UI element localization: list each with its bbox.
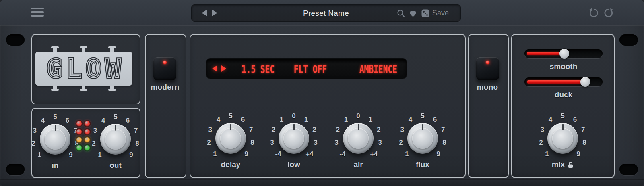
favorite-heart-icon[interactable] bbox=[408, 8, 418, 18]
knob-tick-label: 1 bbox=[365, 116, 376, 124]
knob-tick-label: 1 bbox=[209, 150, 221, 158]
duck-slider-label: duck bbox=[523, 90, 604, 99]
knob-tick-label: 9 bbox=[126, 151, 137, 159]
meter-led-red bbox=[85, 129, 90, 134]
meter-led-green bbox=[85, 145, 90, 150]
logo-tab bbox=[53, 48, 57, 52]
meter-led-amber bbox=[85, 137, 90, 142]
modern-led-icon bbox=[163, 61, 167, 64]
knob-tick-label: 2 bbox=[373, 126, 384, 134]
mono-button[interactable] bbox=[476, 57, 499, 80]
knob-tick-label: +4 bbox=[304, 150, 315, 158]
knob-tick-label: 1 bbox=[401, 150, 413, 158]
in-knob[interactable] bbox=[40, 124, 70, 155]
knob-tick-label: 3 bbox=[396, 126, 408, 134]
knob-tick-label: 3 bbox=[537, 126, 548, 134]
duck-slider-thumb[interactable] bbox=[580, 77, 590, 87]
preset-name[interactable]: Preset Name bbox=[192, 5, 460, 21]
knob-tick-label: 1 bbox=[276, 116, 287, 124]
knob-tick-label: 6 bbox=[570, 116, 581, 124]
delay-knob[interactable] bbox=[215, 123, 246, 154]
display-next-arrow-icon[interactable] bbox=[221, 65, 226, 72]
knob-tick-label: 2 bbox=[395, 139, 407, 147]
meter-led-amber bbox=[76, 137, 82, 142]
knob-tick-label: 7 bbox=[438, 126, 449, 134]
logo-text-inner: GLOW bbox=[47, 52, 125, 86]
knob-tick-label: 3 bbox=[266, 139, 278, 147]
knob-tick-label: 4 bbox=[97, 117, 109, 125]
smooth-slider-thumb[interactable] bbox=[559, 49, 569, 59]
delay-knob-group: 123456789 delay bbox=[198, 106, 263, 171]
knob-tick-label: 1 bbox=[340, 116, 351, 124]
redo-icon[interactable] bbox=[603, 8, 614, 19]
search-icon[interactable] bbox=[396, 8, 406, 18]
out-knob[interactable] bbox=[100, 124, 131, 155]
knob-tick-label: 9 bbox=[433, 150, 444, 158]
modern-section bbox=[145, 34, 186, 178]
air-knob[interactable] bbox=[343, 123, 374, 154]
display-delay-time: 1.5 SEC bbox=[242, 63, 275, 75]
mix-knob-group: 123456789 mix bbox=[530, 106, 595, 171]
mono-led-icon bbox=[486, 61, 489, 64]
lcd-display: 1.5 SEC FLT OFF AMBIENCE bbox=[206, 59, 407, 79]
display-mode-name: AMBIENCE bbox=[359, 63, 397, 75]
undo-icon[interactable] bbox=[588, 8, 599, 19]
knob-tick-label: 9 bbox=[65, 151, 76, 159]
randomize-dice-icon[interactable] bbox=[421, 8, 430, 18]
knob-tick-label: 2 bbox=[28, 140, 39, 148]
display-filter-state: FLT OFF bbox=[294, 63, 327, 75]
in-knob-label: in bbox=[23, 161, 87, 170]
logo-tab bbox=[110, 48, 114, 52]
knob-tick-label: 2 bbox=[203, 139, 215, 147]
chassis-bottom-edge bbox=[0, 180, 644, 186]
knob-tick-label: 7 bbox=[130, 127, 142, 135]
knob-tick-label: 6 bbox=[237, 116, 249, 124]
screw-slot bbox=[619, 164, 638, 175]
knob-tick-label: 3 bbox=[374, 139, 386, 147]
knob-tick-label: 4 bbox=[213, 116, 224, 124]
knob-tick-label: 7 bbox=[578, 126, 589, 134]
knob-tick-label: -4 bbox=[337, 150, 348, 158]
meter-led-green bbox=[76, 145, 82, 150]
menu-icon[interactable] bbox=[31, 8, 45, 18]
smooth-slider-fill bbox=[527, 52, 565, 55]
screw-slot bbox=[6, 34, 25, 46]
modern-button[interactable] bbox=[153, 57, 176, 80]
low-knob[interactable] bbox=[279, 123, 309, 154]
smooth-slider[interactable] bbox=[524, 49, 603, 58]
duck-slider[interactable] bbox=[524, 77, 603, 86]
knob-tick-label: 3 bbox=[89, 127, 101, 135]
air-knob-group: -43210123+4 air bbox=[326, 106, 390, 171]
knob-tick-label: 5 bbox=[110, 113, 121, 121]
logo-tab bbox=[53, 86, 57, 89]
knob-tick-label: 8 bbox=[439, 139, 450, 147]
logo-tab bbox=[82, 86, 85, 89]
knob-tick-label: 6 bbox=[429, 116, 441, 124]
level-meter bbox=[76, 121, 90, 150]
knob-tick-label: 8 bbox=[579, 139, 590, 147]
knob-tick-label: 2 bbox=[88, 140, 99, 148]
knob-tick-label: 4 bbox=[405, 116, 416, 124]
mono-button-label: mono bbox=[467, 83, 508, 92]
flux-knob-label: flux bbox=[390, 160, 455, 169]
knob-tick-label: 5 bbox=[557, 112, 568, 120]
mono-section bbox=[468, 34, 509, 178]
meter-led-red bbox=[85, 121, 90, 126]
out-knob-group: 123456789 out bbox=[83, 107, 148, 171]
flux-knob[interactable] bbox=[407, 123, 438, 154]
knob-tick-label: 1 bbox=[541, 150, 553, 158]
mix-knob[interactable] bbox=[547, 123, 578, 154]
plugin-window: Preset Name Save bbox=[0, 0, 644, 186]
save-button[interactable]: Save bbox=[432, 5, 449, 21]
knob-tick-label: 0 bbox=[353, 112, 364, 120]
display-prev-arrow-icon[interactable] bbox=[212, 65, 217, 72]
knob-tick-label: -4 bbox=[272, 150, 284, 158]
knob-tick-label: 2 bbox=[309, 126, 320, 134]
header-bar: Preset Name Save bbox=[0, 0, 644, 25]
glow-logo: GLOW GLOW bbox=[35, 52, 132, 86]
knob-tick-label: 5 bbox=[225, 112, 236, 120]
lock-icon bbox=[568, 161, 574, 168]
knob-tick-label: 6 bbox=[62, 117, 73, 125]
out-knob-label: out bbox=[83, 161, 148, 170]
screw-slot bbox=[6, 164, 25, 175]
